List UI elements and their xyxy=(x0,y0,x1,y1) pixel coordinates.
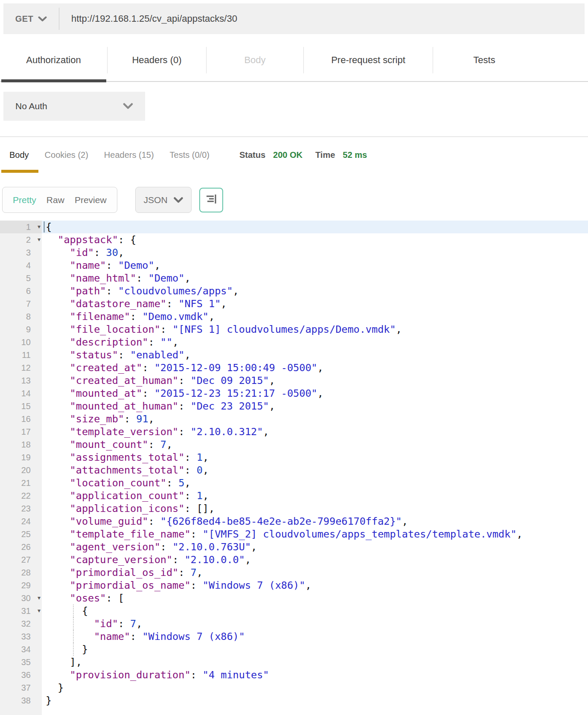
response-tab-body[interactable]: Body xyxy=(9,150,29,160)
code-text: ], xyxy=(42,656,588,668)
response-tab-headers[interactable]: Headers (15) xyxy=(104,150,154,160)
line-number: 38 xyxy=(0,694,42,707)
line-number: 30▾ xyxy=(0,592,42,605)
line-number: 10 xyxy=(0,336,42,349)
response-tab-tests[interactable]: Tests (0/0) xyxy=(170,150,210,160)
tab-authorization[interactable]: Authorization xyxy=(0,47,108,73)
format-code-button[interactable] xyxy=(199,188,223,212)
line-number: 15 xyxy=(0,400,42,413)
code-text: "size_mb": 91, xyxy=(42,413,588,425)
code-line: 12 "created_at": "2015-12-09 15:00:49 -0… xyxy=(0,361,588,374)
preview-button[interactable]: Preview xyxy=(75,195,107,205)
tabs-underline xyxy=(0,79,588,82)
line-number: 18 xyxy=(0,438,42,451)
auth-type-dropdown[interactable]: No Auth xyxy=(3,92,145,121)
code-lines: 1▾{2▾ "appstack": {3 "id": 30,4 "name": … xyxy=(0,221,588,707)
code-text: "created_at_human": "Dec 09 2015", xyxy=(42,374,588,387)
line-number: 7 xyxy=(0,297,42,310)
tab-body[interactable]: Body xyxy=(207,47,304,73)
code-line: 29 "primordial_os_name": "Windows 7 (x86… xyxy=(0,579,588,592)
indent-guide xyxy=(73,605,74,617)
code-text: } xyxy=(42,643,588,656)
active-response-tab-indicator xyxy=(1,170,38,173)
tab-headers[interactable]: Headers (0) xyxy=(108,47,207,73)
code-text: "location_count": 5, xyxy=(42,477,588,489)
request-tabs: Authorization Headers (0) Body Pre-reque… xyxy=(0,41,588,82)
line-number: 28 xyxy=(0,566,42,579)
code-text: "primordial_os_id": 7, xyxy=(42,566,588,579)
line-number: 2▾ xyxy=(0,233,42,246)
code-text: "assignments_total": 1, xyxy=(42,451,588,464)
line-number: 3 xyxy=(0,246,42,259)
code-text: "appstack": { xyxy=(42,233,588,246)
language-selector[interactable]: JSON xyxy=(135,187,192,213)
code-text: "agent_version": "2.10.0.763U", xyxy=(42,541,588,553)
line-number: 32 xyxy=(0,617,42,630)
code-text: "provision_duration": "4 minutes" xyxy=(42,668,588,681)
code-line: 19 "assignments_total": 1, xyxy=(0,451,588,464)
code-line: 23 "application_icons": [], xyxy=(0,502,588,515)
response-body-editor[interactable]: 1▾{2▾ "appstack": {3 "id": 30,4 "name": … xyxy=(0,221,588,715)
line-number: 21 xyxy=(0,477,42,489)
code-text: { xyxy=(42,605,588,617)
chevron-down-icon xyxy=(123,101,133,111)
code-text: "status": "enabled", xyxy=(42,349,588,361)
code-text: "application_count": 1, xyxy=(42,489,588,502)
code-line: 30▾ "oses": [ xyxy=(0,592,588,605)
method-label: GET xyxy=(15,14,34,24)
pretty-button[interactable]: Pretty xyxy=(13,195,36,205)
chevron-down-icon xyxy=(38,14,47,24)
line-number: 17 xyxy=(0,425,42,438)
divider xyxy=(59,8,59,30)
code-line: 24 "volume_guid": "{626f8ed4-be85-4e2e-a… xyxy=(0,515,588,528)
language-label: JSON xyxy=(144,195,168,205)
fold-toggle-icon[interactable]: ▾ xyxy=(38,224,41,230)
code-line: 2▾ "appstack": { xyxy=(0,233,588,246)
line-number: 1▾ xyxy=(0,221,42,233)
line-number: 5 xyxy=(0,272,42,285)
text-cursor xyxy=(44,221,45,233)
section-divider xyxy=(0,137,588,137)
line-number: 19 xyxy=(0,451,42,464)
active-tab-indicator xyxy=(1,79,106,82)
align-right-format-icon xyxy=(205,194,217,206)
line-number: 14 xyxy=(0,387,42,400)
code-text: "file_location": "[NFS 1] cloudvolumes/a… xyxy=(42,323,588,336)
line-number: 26 xyxy=(0,541,42,553)
fold-toggle-icon[interactable]: ▾ xyxy=(38,595,41,601)
code-text: "path": "cloudvolumes/apps", xyxy=(42,285,588,297)
code-text: "capture_version": "2.10.0.0", xyxy=(42,553,588,566)
method-selector[interactable]: GET xyxy=(3,3,59,34)
indent-guide xyxy=(73,643,74,656)
indent-guide xyxy=(73,630,74,643)
code-line: 18 "mount_count": 7, xyxy=(0,438,588,451)
code-line: 27 "capture_version": "2.10.0.0", xyxy=(0,553,588,566)
code-line: 10 "description": "", xyxy=(0,336,588,349)
code-line: 35 ], xyxy=(0,656,588,668)
code-text: "id": 30, xyxy=(42,246,588,259)
code-line: 34 } xyxy=(0,643,588,656)
line-number: 25 xyxy=(0,528,42,541)
line-number: 29 xyxy=(0,579,42,592)
line-number: 23 xyxy=(0,502,42,515)
tab-tests[interactable]: Tests xyxy=(433,47,536,73)
code-text: "mounted_at_human": "Dec 23 2015", xyxy=(42,400,588,413)
fold-toggle-icon[interactable]: ▾ xyxy=(38,607,41,613)
response-tab-cookies[interactable]: Cookies (2) xyxy=(45,150,88,160)
code-line: 31▾ { xyxy=(0,605,588,617)
line-number: 35 xyxy=(0,656,42,668)
code-text: "oses": [ xyxy=(42,592,588,605)
fold-toggle-icon[interactable]: ▾ xyxy=(38,236,41,242)
url-input[interactable]: http://192.168.1.25/cv_api/appstacks/30 xyxy=(71,13,237,24)
line-number: 4 xyxy=(0,259,42,272)
raw-button[interactable]: Raw xyxy=(47,195,64,205)
code-line: 14 "mounted_at": "2015-12-23 15:21:17 -0… xyxy=(0,387,588,400)
line-number: 33 xyxy=(0,630,42,643)
code-line: 13 "created_at_human": "Dec 09 2015", xyxy=(0,374,588,387)
line-number: 27 xyxy=(0,553,42,566)
line-number: 9 xyxy=(0,323,42,336)
code-line: 20 "attachments_total": 0, xyxy=(0,464,588,477)
tab-pre-request-script[interactable]: Pre-request script xyxy=(304,47,433,73)
code-line: 15 "mounted_at_human": "Dec 23 2015", xyxy=(0,400,588,413)
code-line: 9 "file_location": "[NFS 1] cloudvolumes… xyxy=(0,323,588,336)
